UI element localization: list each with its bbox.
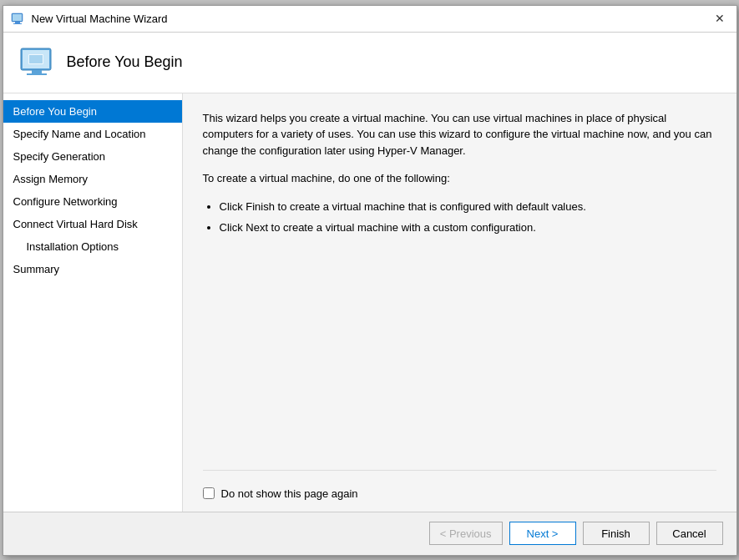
sidebar-item-summary[interactable]: Summary [3,258,182,280]
wizard-window: New Virtual Machine Wizard ✕ Before You … [3,5,737,556]
close-button[interactable]: ✕ [710,8,730,28]
svg-rect-6 [32,70,42,73]
sidebar-item-specify-name-location[interactable]: Specify Name and Location [3,123,182,145]
sidebar-item-configure-networking[interactable]: Configure Networking [3,190,182,213]
header-title: Before You Begin [67,53,183,71]
sidebar-item-before-you-begin[interactable]: Before You Begin [3,100,182,123]
dont-show-label[interactable]: Do not show this page again [221,487,358,500]
window-icon [10,11,25,26]
header-icon [20,46,53,79]
description-paragraph-2: To create a virtual machine, do one of t… [203,170,716,187]
wizard-header: Before You Begin [3,33,736,93]
checkbox-area: Do not show this page again [203,470,716,500]
svg-rect-1 [13,14,22,21]
main-content: This wizard helps you create a virtual m… [183,93,736,512]
svg-rect-7 [27,73,47,75]
cancel-button[interactable]: Cancel [656,522,723,545]
dont-show-checkbox[interactable] [203,487,215,499]
previous-button[interactable]: < Previous [429,522,503,545]
window-title: New Virtual Machine Wizard [32,13,710,25]
svg-rect-3 [13,23,22,24]
bullet-list: Click Finish to create a virtual machine… [220,199,716,236]
sidebar-item-assign-memory[interactable]: Assign Memory [3,168,182,190]
sidebar-item-installation-options[interactable]: Installation Options [3,235,182,258]
svg-rect-2 [15,22,20,23]
bullet-item-2: Click Next to create a virtual machine w… [220,219,716,236]
bullet-item-1: Click Finish to create a virtual machine… [220,199,716,215]
sidebar-item-connect-virtual-hard-disk[interactable]: Connect Virtual Hard Disk [3,213,182,235]
content-area: Before You Begin Specify Name and Locati… [3,93,736,512]
sidebar-item-specify-generation[interactable]: Specify Generation [3,145,182,168]
footer: < Previous Next > Finish Cancel [3,512,736,555]
sidebar: Before You Begin Specify Name and Locati… [3,93,183,512]
title-bar: New Virtual Machine Wizard ✕ [3,6,736,33]
description-paragraph-1: This wizard helps you create a virtual m… [203,110,716,159]
finish-button[interactable]: Finish [583,522,650,545]
svg-rect-9 [29,55,43,63]
next-button[interactable]: Next > [509,522,576,545]
